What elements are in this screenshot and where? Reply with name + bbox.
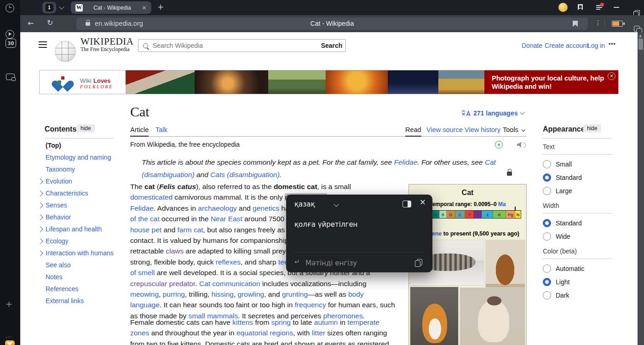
toc-item[interactable]: See also [38,259,121,271]
era-segment[interactable]: P [465,211,474,218]
scrollbar-thumb[interactable] [638,39,643,50]
article-link[interactable]: Felidae [130,204,154,212]
toc-item[interactable]: (Top) [38,139,121,151]
profile-avatar[interactable] [558,3,568,12]
toc-expand-chevron-icon[interactable] [37,202,43,208]
toc-item[interactable]: Notes [38,271,121,283]
appearance-option[interactable]: Light [543,275,612,288]
article-link[interactable]: genetics [253,204,279,212]
appearance-option[interactable]: Automatic [543,262,612,275]
battery-icon[interactable] [612,21,623,27]
toc-expand-chevron-icon[interactable] [37,214,43,220]
banner-close-icon[interactable]: ✕ [608,72,615,80]
browser-tab[interactable]: W Cat - Wikipedia × [71,1,151,14]
article-link[interactable]: frequency [295,301,326,309]
article-link[interactable]: farm cat [178,226,203,234]
tab-view-history[interactable]: View history [465,126,500,133]
donate-link[interactable]: Donate [522,42,542,49]
article-link[interactable]: domesticated [130,193,172,201]
url-bar[interactable]: en.wikipedia.org Cat - Wikipedia [76,17,588,30]
extension-icon[interactable] [634,26,640,32]
article-link[interactable]: Cat communication [199,280,260,288]
history-clock-icon[interactable] [6,4,14,12]
tab-tools[interactable]: Tools [503,126,518,133]
search-button[interactable]: Search [318,39,346,52]
back-icon[interactable]: ← [28,19,34,28]
search-input[interactable] [152,41,318,50]
workspace-chevron-icon[interactable] [59,4,64,9]
radio-unselected[interactable] [543,291,551,299]
radio-selected[interactable] [543,278,551,286]
new-item-plus-icon[interactable]: + [6,299,12,309]
siamese-cat-photo[interactable] [460,288,525,345]
appearance-option[interactable]: Wide [543,230,612,243]
ginger-and-white-cat-photo[interactable] [410,287,458,345]
article-link[interactable]: spring [271,318,291,326]
appearance-hide-button[interactable]: hide [583,124,601,132]
toc-hide-button[interactable]: hide [77,124,95,132]
calendar-30-icon[interactable]: 30 [6,39,16,48]
toc-item[interactable]: Evolution [38,175,121,187]
era-segment[interactable]: J [482,211,493,218]
tab-close-icon[interactable]: × [142,4,147,11]
listen-article-icon[interactable] [517,142,526,148]
login-link[interactable]: Log in [587,42,605,49]
radio-unselected[interactable] [543,232,551,241]
appearance-option[interactable]: Small [543,157,612,171]
tab-read[interactable]: Read [405,126,421,133]
minimize-button[interactable] [614,7,619,8]
radio-selected[interactable] [543,173,551,182]
copy-icon[interactable] [417,259,422,265]
toc-item[interactable]: Lifespan and health [38,223,121,235]
media-play-icon[interactable] [6,30,14,39]
article-link[interactable]: Cats (disambiguation) [210,171,280,178]
workspace-indicator[interactable]: 1 [42,2,56,13]
source-language-selector[interactable]: қазақ [294,200,315,208]
tab-view-source[interactable]: View source [426,126,463,133]
toc-item[interactable]: External links [38,295,121,307]
app-menu-icon[interactable] [596,5,603,10]
language-chevron-icon[interactable] [334,201,339,207]
create-account-link[interactable]: Create account [545,42,588,49]
article-link[interactable]: house pet [130,226,161,234]
tab-talk[interactable]: Talk [155,126,167,133]
user-menu-ellipsis-icon[interactable]: ••• [609,41,616,47]
article-link[interactable]: autumn [314,318,338,326]
green-plus-badge-icon[interactable]: + [495,141,503,149]
article-link[interactable]: growling [238,290,264,298]
toc-expand-chevron-icon[interactable] [37,238,43,244]
era-segment[interactable]: C [455,211,466,218]
radio-unselected[interactable] [543,264,551,273]
article-link[interactable]: purring [163,290,185,298]
toc-expand-chevron-icon[interactable] [37,178,43,184]
wikipedia-logo[interactable] [55,41,76,62]
article-link[interactable]: hissing [212,290,234,298]
thunderbird-icon[interactable] [5,340,15,345]
wikipedia-wordmark[interactable]: WIKIPEDIA [80,36,133,47]
era-segment[interactable]: Pg [506,211,515,218]
toc-item[interactable]: Characteristics [38,187,121,199]
toc-item[interactable]: Senses [38,199,121,211]
toc-item[interactable]: Etymology and naming [38,151,121,163]
page-actions-icon[interactable]: ⋮ [595,19,601,26]
appearance-option[interactable]: Standard [543,171,612,184]
era-segment[interactable]: N [515,211,520,218]
article-link[interactable]: meowing [130,290,159,298]
article-link[interactable]: archaeology [198,204,236,212]
article-link[interactable]: litter [312,329,325,337]
article-link[interactable]: claws [166,247,184,255]
toc-item[interactable]: References [38,283,121,295]
tab-article[interactable]: Article [130,126,149,133]
main-menu-icon[interactable] [39,41,47,48]
article-link[interactable]: Felidae [394,158,417,166]
scrollbar[interactable] [638,32,644,345]
bookmarks-sidebar-icon[interactable] [578,4,583,10]
open-sidebar-icon[interactable] [402,201,411,207]
overflow-menu-icon[interactable]: ⋯ [6,333,12,340]
era-segment[interactable]: O [431,211,439,218]
era-segment[interactable]: K [493,211,506,218]
languages-button[interactable]: 271 languages [461,109,524,117]
era-segment[interactable]: T [474,211,482,218]
radio-unselected[interactable] [543,187,551,195]
toc-expand-chevron-icon[interactable] [37,190,43,196]
